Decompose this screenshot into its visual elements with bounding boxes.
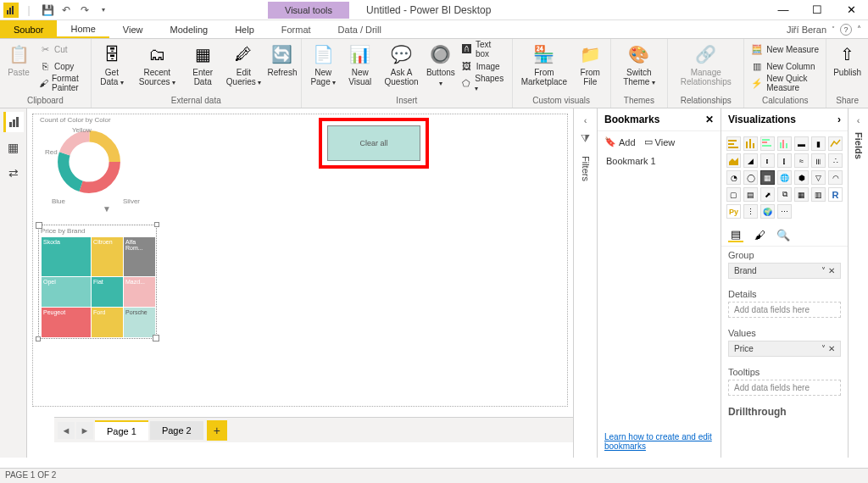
vis-kpi-icon[interactable]: ⬈ (760, 187, 775, 202)
tab-view[interactable]: View (109, 20, 157, 38)
vis-matrix-icon[interactable]: ▥ (811, 187, 826, 202)
bookmark-add-button[interactable]: 🔖 Add (604, 136, 636, 147)
from-marketplace-button[interactable]: 🏪From Marketplace (516, 41, 572, 88)
redo-icon[interactable]: ↷ (76, 2, 93, 19)
bookmark-view-button[interactable]: ▭ View (644, 136, 676, 147)
textbox-button[interactable]: 🅰Text box (458, 41, 509, 58)
fields-tab-button[interactable]: ▤ (728, 227, 743, 242)
collapse-vis-button[interactable]: › (837, 114, 841, 125)
bookmarks-help-link[interactable]: Learn how to create and edit bookmarks (598, 425, 721, 458)
treemap-visual[interactable]: Price by Brand Skoda Citroen Alfa Rom...… (38, 225, 157, 339)
well-tooltips[interactable]: Add data fields here (728, 380, 841, 396)
copy-button[interactable]: ⎘Copy (36, 58, 87, 75)
image-button[interactable]: 🖼Image (458, 58, 509, 75)
page-next-button[interactable]: ► (76, 422, 93, 439)
cut-button[interactable]: ✂Cut (36, 41, 87, 58)
tab-data-drill[interactable]: Data / Drill (325, 20, 395, 38)
tab-help[interactable]: Help (221, 20, 268, 38)
enter-data-button[interactable]: ▦Enter Data (185, 41, 220, 88)
edit-queries-button[interactable]: 🖉Edit Queries (222, 41, 265, 89)
format-tab-button[interactable]: 🖌 (752, 227, 767, 242)
publish-button[interactable]: ⇧Publish (830, 41, 865, 79)
vis-import-icon[interactable]: ⋯ (777, 204, 792, 219)
tab-page-1[interactable]: Page 1 (95, 420, 148, 441)
vis-waterfall-icon[interactable]: ⫼ (811, 153, 826, 168)
vis-line-clustered-icon[interactable]: ⫿ (777, 153, 792, 168)
ribbon-collapse-icon[interactable]: ˄ (857, 25, 861, 34)
qa-dropdown-icon[interactable]: ▾ (95, 2, 112, 19)
shapes-button[interactable]: ⬠Shapes (458, 75, 509, 92)
vis-gauge-icon[interactable]: ◠ (828, 170, 843, 185)
tab-modeling[interactable]: Modeling (156, 20, 221, 38)
well-details[interactable]: Add data fields here (728, 302, 841, 318)
expand-filters-button[interactable]: ‹ (584, 115, 587, 125)
vis-line-column-icon[interactable]: ⫾ (760, 153, 775, 168)
vis-donut-icon[interactable]: ◯ (743, 170, 758, 185)
report-canvas[interactable]: Count of Color by Color Yellow Red Blue … (32, 114, 568, 407)
vis-ribbon-icon[interactable]: ≈ (794, 153, 809, 168)
vis-stacked-area-icon[interactable]: ◢ (743, 153, 758, 168)
vis-r-icon[interactable]: R (828, 187, 843, 202)
vis-map-icon[interactable]: 🌐 (777, 170, 792, 185)
recent-sources-button[interactable]: 🗂Recent Sources (131, 41, 183, 89)
vis-multirow-icon[interactable]: ▤ (743, 187, 758, 202)
new-measure-button[interactable]: 🧮New Measure (748, 41, 822, 58)
report-view-button[interactable] (3, 112, 24, 132)
vis-card-icon[interactable]: ▢ (726, 187, 741, 202)
help-icon[interactable]: ? (840, 24, 852, 36)
undo-icon[interactable]: ↶ (58, 2, 75, 19)
tab-file[interactable]: Soubor (0, 20, 57, 38)
well-values-price[interactable]: Price˅ ✕ (728, 341, 841, 357)
app-logo-icon[interactable] (3, 3, 19, 18)
vis-keyinfluencer-icon[interactable]: ⋮ (743, 204, 758, 219)
well-group-brand[interactable]: Brand˅ ✕ (728, 263, 841, 279)
new-page-button[interactable]: 📄New Page (305, 41, 341, 89)
data-view-button[interactable]: ▦ (3, 137, 24, 158)
from-file-button[interactable]: 📁From File (574, 41, 607, 88)
donut-chart-visual[interactable]: Count of Color by Color Yellow Red Blue … (38, 114, 165, 216)
analytics-tab-button[interactable]: 🔍 (776, 227, 791, 242)
vis-clustered-bar-icon[interactable] (760, 136, 775, 151)
add-page-button[interactable]: + (207, 420, 227, 441)
close-bookmarks-button[interactable]: ✕ (705, 114, 714, 125)
bookmark-item-1[interactable]: Bookmark 1 (598, 153, 721, 169)
vis-scatter-icon[interactable]: ∴ (828, 153, 843, 168)
switch-theme-button[interactable]: 🎨Switch Theme (615, 41, 665, 89)
vis-stacked-bar-icon[interactable] (726, 136, 741, 151)
refresh-button[interactable]: 🔄Refresh (267, 41, 298, 79)
expand-fields-button[interactable]: ‹ (857, 115, 860, 125)
tab-page-2[interactable]: Page 2 (150, 421, 203, 440)
clear-all-button[interactable]: Clear all (327, 125, 420, 161)
vis-stacked-column-icon[interactable] (743, 136, 758, 151)
manage-relationships-button[interactable]: 🔗Manage Relationships (671, 41, 740, 88)
tab-format[interactable]: Format (268, 20, 325, 38)
vis-clustered-column-icon[interactable] (777, 136, 792, 151)
vis-100-column-icon[interactable]: ▮ (811, 136, 826, 151)
get-data-button[interactable]: 🗄Get Data (95, 41, 129, 89)
user-account[interactable]: Jiří Beran˅?˄ (780, 20, 868, 38)
vis-filled-map-icon[interactable]: ⬢ (794, 170, 809, 185)
format-painter-button[interactable]: 🖌Format Painter (36, 75, 87, 92)
vis-line-icon[interactable] (828, 136, 843, 151)
vis-area-icon[interactable] (726, 153, 741, 168)
new-column-button[interactable]: ▥New Column (748, 58, 822, 75)
save-icon[interactable]: 💾 (39, 2, 56, 19)
model-view-button[interactable]: ⇄ (3, 163, 24, 183)
vis-slicer-icon[interactable]: ⧉ (777, 187, 792, 202)
page-prev-button[interactable]: ◄ (58, 422, 75, 439)
vis-arcgis-icon[interactable]: 🌍 (760, 204, 775, 219)
vis-funnel-icon[interactable]: ▽ (811, 170, 826, 185)
close-button[interactable]: ✕ (834, 0, 868, 20)
new-visual-button[interactable]: 📊New Visual (342, 41, 377, 88)
vis-pie-icon[interactable]: ◔ (726, 170, 741, 185)
vis-python-icon[interactable]: Py (726, 204, 741, 219)
tab-home[interactable]: Home (57, 20, 108, 38)
ask-question-button[interactable]: 💬Ask A Question (379, 41, 424, 88)
maximize-button[interactable]: ☐ (800, 0, 834, 20)
buttons-button[interactable]: 🔘Buttons (426, 41, 456, 90)
minimize-button[interactable]: — (766, 0, 800, 20)
filter-icon[interactable]: ⧩ (581, 132, 590, 146)
new-quick-measure-button[interactable]: ⚡New Quick Measure (748, 75, 822, 92)
vis-table-icon[interactable]: ▦ (794, 187, 809, 202)
vis-treemap-icon[interactable]: ▦ (760, 170, 775, 185)
